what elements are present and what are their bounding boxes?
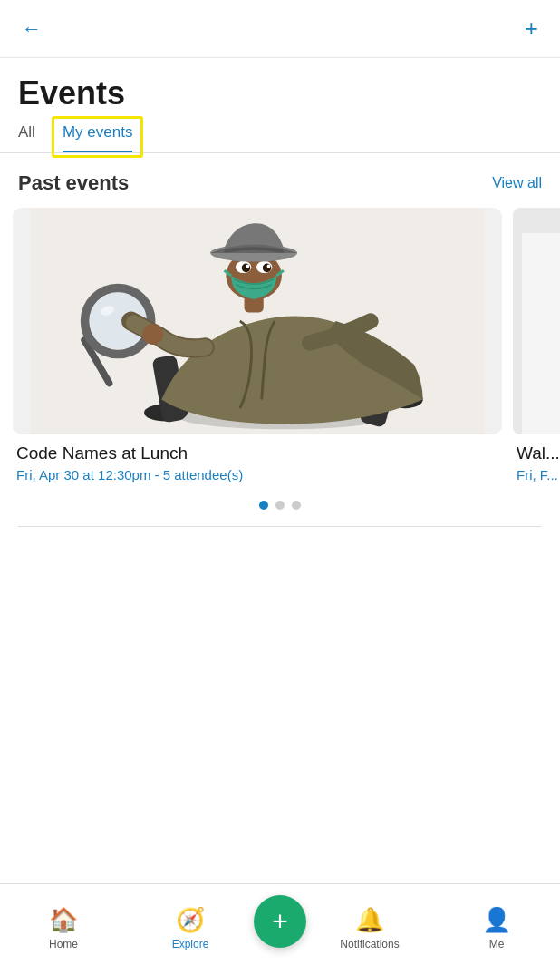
nav-item-explore[interactable]: 🧭 Explore xyxy=(127,899,254,950)
nav-item-home[interactable]: 🏠 Home xyxy=(0,899,127,950)
svg-rect-20 xyxy=(522,233,560,434)
nav-label-home: Home xyxy=(49,938,78,950)
back-button[interactable]: ← xyxy=(18,14,45,44)
nav-label-notifications: Notifications xyxy=(340,938,399,950)
header: ← + xyxy=(0,0,560,58)
section-header: Past events View all xyxy=(0,153,560,208)
svg-point-10 xyxy=(142,324,163,345)
add-button[interactable]: + xyxy=(521,11,542,46)
events-carousel[interactable]: Code Names at Lunch Fri, Apr 30 at 12:30… xyxy=(0,208,560,488)
bottom-nav: 🏠 Home 🧭 Explore + 🔔 Notifications 👤 Me xyxy=(0,883,560,965)
event-meta-2-peek: Fri, F... xyxy=(513,467,560,482)
svg-point-18 xyxy=(267,265,271,268)
carousel-dots xyxy=(0,488,560,519)
tabs-container: All My events xyxy=(0,112,560,153)
event-card-2-peek[interactable]: Wal... Fri, F... xyxy=(513,208,560,488)
home-icon: 🏠 xyxy=(49,906,78,934)
page-title: Events xyxy=(18,74,542,112)
notifications-icon: 🔔 xyxy=(355,906,384,934)
tab-my-events[interactable]: My events xyxy=(63,123,132,152)
event-image-2-peek xyxy=(513,208,560,434)
dot-2[interactable] xyxy=(275,501,285,510)
nav-add-button[interactable]: + xyxy=(254,895,306,948)
past-events-title: Past events xyxy=(18,171,129,195)
event-image-1 xyxy=(13,208,502,434)
me-icon: 👤 xyxy=(482,906,511,934)
page-title-area: Events xyxy=(0,58,560,112)
dot-1[interactable] xyxy=(259,501,268,510)
nav-label-explore: Explore xyxy=(172,938,209,950)
event-card-1[interactable]: Code Names at Lunch Fri, Apr 30 at 12:30… xyxy=(13,208,502,488)
event-name-1: Code Names at Lunch xyxy=(13,444,502,463)
nav-add-icon: + xyxy=(272,906,288,937)
nav-item-notifications[interactable]: 🔔 Notifications xyxy=(306,899,433,950)
svg-point-17 xyxy=(246,265,250,268)
nav-item-me[interactable]: 👤 Me xyxy=(433,899,560,950)
svg-point-15 xyxy=(242,264,251,273)
view-all-link[interactable]: View all xyxy=(492,175,542,191)
event-meta-1: Fri, Apr 30 at 12:30pm - 5 attendee(s) xyxy=(13,467,502,482)
explore-icon: 🧭 xyxy=(176,906,205,934)
section-divider xyxy=(18,526,542,527)
svg-point-16 xyxy=(263,264,272,273)
dot-3[interactable] xyxy=(292,501,301,510)
tab-all[interactable]: All xyxy=(18,123,35,152)
nav-label-me: Me xyxy=(489,938,505,950)
event-name-2-peek: Wal... xyxy=(513,444,560,463)
